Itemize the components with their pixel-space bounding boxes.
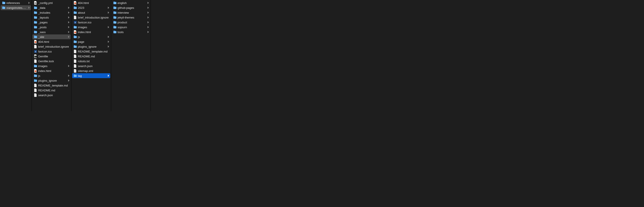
file-item[interactable]: 404.html (32, 39, 70, 44)
file-icon (74, 59, 77, 63)
file-item[interactable]: references (1, 1, 31, 5)
chevron-right-icon (68, 31, 70, 33)
item-label: about (78, 11, 107, 14)
file-icon (34, 93, 37, 97)
file-icon (34, 40, 37, 44)
chevron-right-icon (68, 17, 70, 18)
file-item[interactable]: robots.txt (72, 59, 110, 64)
file-item[interactable]: Gemfile (32, 54, 70, 59)
file-item[interactable]: _sass (32, 30, 70, 35)
file-item[interactable]: search.json (72, 64, 110, 68)
file-item[interactable]: github-pages (112, 5, 150, 10)
item-label: js (78, 35, 107, 39)
file-item[interactable]: index.html (32, 68, 70, 73)
item-label: page (78, 40, 107, 44)
file-item[interactable]: images (32, 64, 70, 68)
item-label: search.json (38, 94, 70, 97)
file-item[interactable]: tools (112, 30, 150, 35)
column-3[interactable]: englishgithub-pagesinterviewjekyll-theme… (111, 0, 151, 111)
file-item[interactable]: sojourn (112, 25, 150, 30)
item-label: Gemfile (38, 55, 70, 58)
chevron-right-icon (147, 22, 149, 23)
file-item[interactable]: _site (32, 35, 70, 39)
chevron-right-icon (68, 7, 70, 9)
file-icon (74, 55, 77, 58)
file-item[interactable]: search.json (32, 93, 70, 98)
file-icon (74, 50, 77, 53)
file-item[interactable]: _layouts (32, 15, 70, 20)
file-item[interactable]: _pages (32, 20, 70, 25)
file-item[interactable]: product (112, 20, 150, 25)
folder-icon (74, 45, 77, 48)
item-label: github-pages (118, 6, 146, 10)
chevron-right-icon (108, 26, 110, 28)
file-item[interactable]: _includes (32, 10, 70, 15)
file-item[interactable]: README.md (72, 54, 110, 59)
item-label: brief_introduction.ignore (38, 45, 70, 48)
file-item[interactable]: about (72, 10, 110, 15)
file-icon: X (34, 50, 37, 53)
file-item[interactable]: xiangxinotes.github.io (1, 5, 31, 10)
file-item[interactable]: 404.html (72, 1, 110, 5)
file-item[interactable]: Xfavicon.ico (72, 20, 110, 25)
column-2[interactable]: 404.html2023aboutbrief_introduction.igno… (72, 0, 111, 111)
chevron-right-icon (147, 17, 149, 18)
column-1[interactable]: YML_config.yml_data_includes_layouts_pag… (32, 0, 72, 111)
item-label: tag (78, 74, 107, 77)
file-item[interactable]: tag (72, 73, 110, 78)
folder-icon (34, 30, 37, 34)
svg-point-15 (75, 3, 76, 3)
file-item[interactable]: YML_config.yml (32, 1, 70, 5)
file-icon (34, 84, 37, 87)
file-item[interactable]: jekyll-themes (112, 15, 150, 20)
folder-icon (113, 6, 117, 10)
file-item[interactable]: README.md (32, 88, 70, 93)
folder-icon (74, 74, 77, 77)
column-0[interactable]: referencesxiangxinotes.github.io (0, 0, 32, 111)
file-item[interactable]: _posts (32, 25, 70, 30)
item-label: _config.yml (38, 1, 70, 5)
file-item[interactable]: Gemfile.lock (32, 59, 70, 64)
folder-icon (113, 1, 117, 5)
item-label: search.json (78, 64, 110, 68)
file-item[interactable]: js (32, 73, 70, 78)
folder-icon (74, 6, 77, 10)
file-item[interactable]: brief_introduction.ignore (72, 15, 110, 20)
item-label: README.md (38, 89, 70, 92)
svg-point-22 (76, 32, 76, 32)
file-item[interactable]: _data (32, 5, 70, 10)
file-item[interactable]: images (72, 25, 110, 30)
item-label: sojourn (118, 26, 146, 29)
file-item[interactable]: index.html (72, 30, 110, 35)
file-item[interactable]: sitemap.xml (72, 68, 110, 73)
file-item[interactable]: js (72, 35, 110, 39)
folder-icon (113, 11, 117, 14)
folder-icon (74, 11, 77, 14)
folder-icon (34, 25, 37, 29)
item-label: _includes (38, 11, 67, 14)
item-label: images (78, 26, 107, 29)
item-label: README.md (78, 55, 110, 58)
file-item[interactable]: README_template.md (32, 83, 70, 88)
file-item[interactable]: plugins_ignore (72, 44, 110, 49)
chevron-right-icon (147, 2, 149, 4)
svg-point-12 (36, 71, 36, 71)
chevron-right-icon (28, 7, 30, 9)
chevron-right-icon (68, 65, 70, 67)
chevron-right-icon (147, 12, 149, 14)
file-item[interactable]: brief_introduction.ignore (32, 44, 70, 49)
svg-text:X: X (74, 22, 76, 24)
file-icon: YML (34, 1, 37, 5)
file-item[interactable]: plugins_ignore (32, 78, 70, 83)
file-icon (34, 55, 37, 58)
file-item[interactable]: 2023 (72, 5, 110, 10)
file-item[interactable]: interview (112, 10, 150, 15)
file-item[interactable]: page (72, 39, 110, 44)
file-icon (34, 89, 37, 92)
file-item[interactable]: english (112, 1, 150, 5)
svg-text:YML: YML (35, 3, 36, 4)
folder-icon (34, 64, 37, 68)
file-item[interactable]: Xfavicon.ico (32, 49, 70, 54)
folder-icon (34, 74, 37, 77)
file-item[interactable]: README_template.md (72, 49, 110, 54)
